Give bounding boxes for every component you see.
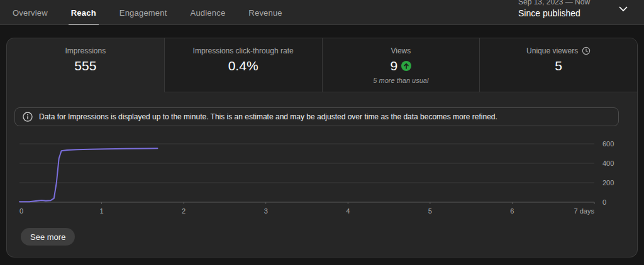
metric-card-views[interactable]: Views 9 5 more than usual [322, 38, 480, 92]
metric-card-row: Impressions 555 Impressions click-throug… [7, 38, 637, 92]
impressions-line-chart: 020040060001234567 days [7, 136, 638, 220]
chevron-down-icon[interactable] [619, 3, 628, 14]
tab-list: Overview Reach Engagement Audience Reven… [13, 0, 282, 25]
data-freshness-banner: Data for Impressions is displayed up to … [14, 107, 619, 126]
analytics-tab-bar: Overview Reach Engagement Audience Reven… [0, 0, 644, 25]
metric-card-impressions[interactable]: Impressions 555 [7, 38, 164, 92]
info-circle-icon [23, 112, 33, 122]
svg-text:600: 600 [602, 140, 614, 148]
views-count: 9 [391, 58, 398, 73]
svg-text:0: 0 [602, 198, 606, 206]
tab-audience[interactable]: Audience [191, 0, 226, 25]
clock-icon [582, 46, 591, 55]
metric-label: Unique viewers [526, 46, 578, 55]
svg-text:2: 2 [182, 207, 186, 215]
chart-svg: 020040060001234567 days [7, 136, 638, 220]
metric-label: Views [391, 46, 411, 55]
banner-text: Data for Impressions is displayed up to … [39, 112, 497, 121]
svg-text:4: 4 [346, 207, 350, 215]
metric-label: Impressions click-through rate [193, 46, 294, 55]
metric-label: Impressions [65, 46, 106, 55]
svg-text:200: 200 [602, 179, 614, 187]
metric-value: 0.4% [228, 58, 258, 73]
reach-report-panel: Impressions 555 Impressions click-throug… [6, 38, 638, 257]
tab-engagement[interactable]: Engagement [119, 0, 167, 25]
svg-text:1: 1 [100, 207, 104, 215]
date-range-selector[interactable]: Sep 13, 2023 — Now Since published [518, 0, 590, 18]
see-more-button[interactable]: See more [21, 228, 75, 246]
tab-reach[interactable]: Reach [71, 0, 96, 25]
svg-text:6: 6 [510, 207, 514, 215]
views-trend-note: 5 more than usual [373, 77, 428, 84]
svg-text:7 days: 7 days [574, 207, 595, 215]
svg-text:3: 3 [264, 207, 268, 215]
metric-card-impressions-ctr[interactable]: Impressions click-through rate 0.4% [164, 38, 322, 92]
metric-value: 555 [74, 58, 96, 73]
metric-value: 9 [391, 58, 412, 73]
tab-revenue[interactable]: Revenue [248, 0, 282, 25]
svg-text:5: 5 [428, 207, 432, 215]
date-mode-text: Since published [518, 8, 590, 18]
up-arrow-circle-icon [401, 61, 411, 71]
metric-card-unique-viewers[interactable]: Unique viewers 5 [479, 38, 637, 92]
svg-text:400: 400 [602, 160, 614, 167]
tab-overview[interactable]: Overview [13, 0, 48, 25]
svg-text:0: 0 [19, 207, 23, 215]
metric-value: 5 [555, 58, 562, 73]
date-range-text: Sep 13, 2023 — Now [518, 0, 590, 6]
